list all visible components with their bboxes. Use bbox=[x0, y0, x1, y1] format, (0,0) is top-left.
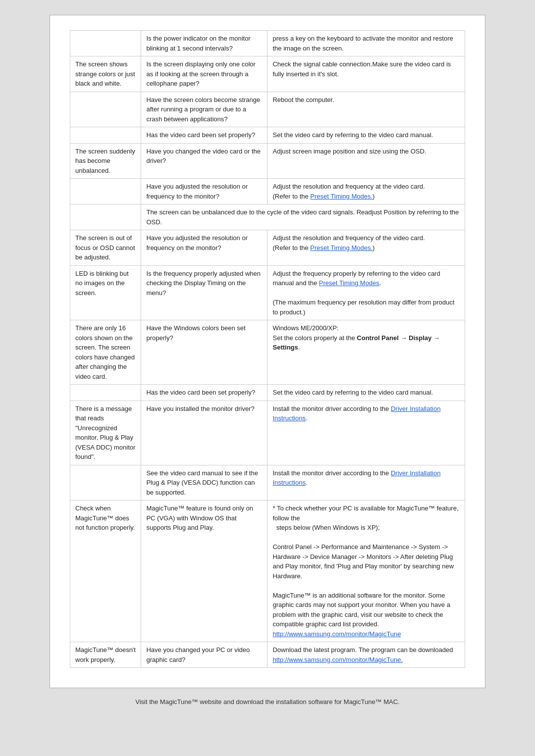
symptom-cell: The screen suddenly has become unbalance… bbox=[70, 143, 141, 179]
solution-cell: press a key on the keyboard to activate … bbox=[268, 31, 465, 56]
table-row: The screen can be unbalanced due to the … bbox=[70, 204, 465, 230]
solution-cell: Adjust the frequency properly by referri… bbox=[268, 265, 465, 320]
table-row: LED is blinking but no images on the scr… bbox=[70, 265, 465, 320]
table-row: See the video card manual to see if the … bbox=[70, 465, 465, 501]
check-cell: Have you changed the video card or the d… bbox=[141, 143, 268, 179]
check-cell: Have you installed the monitor driver? bbox=[141, 401, 268, 465]
check-cell: Have the Windows colors been set properl… bbox=[141, 320, 268, 385]
check-cell: Is the screen displaying only one color … bbox=[141, 56, 268, 92]
symptom-cell: The screen is out of focus or OSD cannot… bbox=[70, 230, 141, 266]
table-row: The screen shows strange colors or just … bbox=[70, 56, 465, 92]
table-row: Check when MagicTune™ does not function … bbox=[70, 501, 465, 642]
table-row: The screen suddenly has become unbalance… bbox=[70, 143, 465, 179]
check-cell: Has the video card been set properly? bbox=[141, 127, 268, 144]
solution-cell: Install the monitor driver according to … bbox=[268, 465, 465, 501]
check-cell: See the video card manual to see if the … bbox=[141, 465, 268, 501]
symptom-cell bbox=[70, 31, 141, 56]
check-cell: Is the power indicator on the monitor bl… bbox=[141, 31, 268, 56]
symptom-cell: There is a message that reads "Unrecogni… bbox=[70, 401, 141, 465]
table-row: Have you adjusted the resolution or freq… bbox=[70, 179, 465, 204]
table-row: Is the power indicator on the monitor bl… bbox=[70, 31, 465, 56]
check-solution-cell: The screen can be unbalanced due to the … bbox=[141, 204, 465, 230]
table-row: MagicTune™ doesn't work properly. Have y… bbox=[70, 642, 465, 668]
solution-cell: Set the video card by referring to the v… bbox=[268, 385, 465, 401]
symptom-cell: LED is blinking but no images on the scr… bbox=[70, 265, 141, 320]
preset-timing-link-1[interactable]: Preset Timing Modes. bbox=[310, 193, 373, 200]
solution-cell: Windows ME/2000/XP:Set the colors proper… bbox=[268, 320, 465, 385]
symptom-cell bbox=[70, 204, 141, 230]
driver-instructions-link-1[interactable]: Driver Installation Instructions bbox=[272, 405, 440, 422]
magictune-url-link[interactable]: http://www.samsung.com/monitor/MagicTune bbox=[272, 630, 401, 638]
symptom-cell bbox=[70, 92, 141, 127]
table-row: There are only 16 colors shown on the sc… bbox=[70, 320, 465, 385]
solution-cell: Install the monitor driver according to … bbox=[268, 401, 465, 465]
check-cell: Have you changed your PC or video graphi… bbox=[141, 642, 268, 668]
preset-timing-link-2[interactable]: Preset Timing Modes. bbox=[310, 244, 373, 252]
check-cell: Has the video card been set properly? bbox=[141, 385, 268, 401]
table-row: Has the video card been set properly? Se… bbox=[70, 127, 465, 144]
symptom-cell bbox=[70, 127, 141, 144]
solution-cell: Check the signal cable connection.Make s… bbox=[268, 56, 465, 92]
troubleshooting-table: Is the power indicator on the monitor bl… bbox=[70, 30, 465, 668]
symptom-cell: Check when MagicTune™ does not function … bbox=[70, 501, 141, 642]
solution-cell: Set the video card by referring to the v… bbox=[268, 127, 465, 144]
solution-cell: * To check whether your PC is available … bbox=[268, 501, 465, 642]
symptom-cell bbox=[70, 179, 141, 204]
symptom-cell: MagicTune™ doesn't work properly. bbox=[70, 642, 141, 668]
magictune-download-link[interactable]: http://www.samsung.com/monitor/MagicTune… bbox=[272, 656, 403, 663]
solution-cell: Adjust screen image position and size us… bbox=[268, 143, 465, 179]
symptom-cell: There are only 16 colors shown on the sc… bbox=[70, 320, 141, 385]
table-row: There is a message that reads "Unrecogni… bbox=[70, 401, 465, 465]
symptom-cell: The screen shows strange colors or just … bbox=[70, 56, 141, 92]
table-row: Have the screen colors become strange af… bbox=[70, 92, 465, 127]
driver-instructions-link-2[interactable]: Driver Installation Instructions bbox=[272, 469, 440, 487]
check-cell: Is the frequency properly adjusted when … bbox=[141, 265, 268, 320]
solution-cell: Adjust the resolution and frequency of t… bbox=[268, 230, 465, 266]
check-cell: Have the screen colors become strange af… bbox=[141, 92, 268, 127]
footer-text: Visit the MagicTune™ website and downloa… bbox=[135, 698, 400, 706]
symptom-cell bbox=[70, 385, 141, 401]
check-cell: Have you adjusted the resolution or freq… bbox=[141, 179, 268, 204]
solution-cell: Adjust the resolution and frequency at t… bbox=[268, 179, 465, 204]
preset-timing-link-3[interactable]: Preset Timing Modes bbox=[319, 279, 379, 287]
solution-cell: Reboot the computer. bbox=[268, 92, 465, 127]
main-page: Is the power indicator on the monitor bl… bbox=[50, 15, 485, 688]
table-row: Has the video card been set properly? Se… bbox=[70, 385, 465, 401]
check-cell: MagicTune™ feature is found only on PC (… bbox=[141, 501, 268, 642]
table-row: The screen is out of focus or OSD cannot… bbox=[70, 230, 465, 266]
check-cell: Have you adjusted the resolution or freq… bbox=[141, 230, 268, 266]
symptom-cell bbox=[70, 465, 141, 501]
solution-cell: Download the latest program. The program… bbox=[268, 642, 465, 668]
